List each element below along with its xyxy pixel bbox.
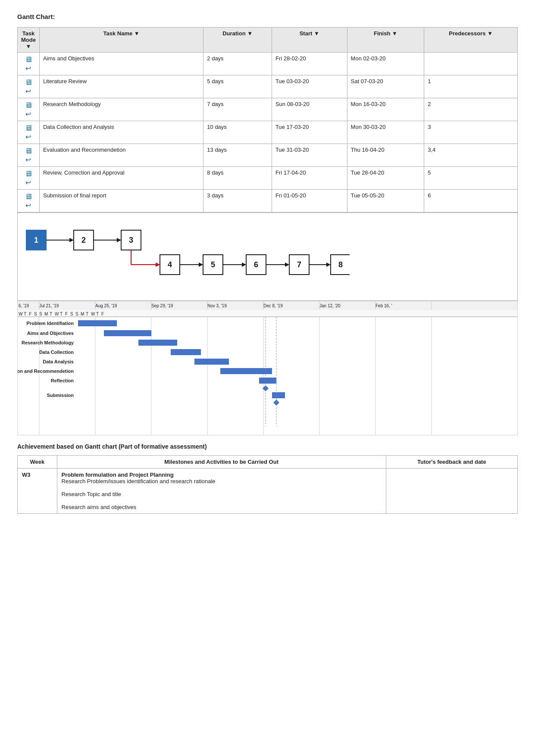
col-header-finish[interactable]: Finish ▼ <box>347 28 424 53</box>
task-mode-icon: 🖥 <box>25 101 32 110</box>
table-row: 🖥 ↩ Data Collection and Analysis 10 days… <box>18 121 518 144</box>
finish-cell: Tue 28-04-20 <box>347 167 424 190</box>
mode-icon-cell: 🖥 ↩ <box>18 53 40 75</box>
duration-cell: 3 days <box>203 190 272 212</box>
svg-text:F: F <box>65 312 68 316</box>
start-cell: Fri 01-05-20 <box>272 190 347 212</box>
milestone-item: Research Topic and title <box>62 491 382 497</box>
finish-cell: Sat 07-03-20 <box>347 75 424 98</box>
predecessors-cell: 1 <box>424 75 518 98</box>
svg-marker-28 <box>326 262 331 267</box>
svg-text:W: W <box>55 312 59 316</box>
svg-rect-83 <box>272 392 285 398</box>
col-header-task-name[interactable]: Task Name ▼ <box>39 28 203 53</box>
table-row: 🖥 ↩ Literature Review 5 days Tue 03-03-2… <box>18 75 518 98</box>
duration-cell: 5 days <box>203 75 272 98</box>
milestone-table: Week Milestones and Activities to be Car… <box>17 455 518 514</box>
svg-rect-78 <box>220 368 272 374</box>
task-name-cell: Submission of final report <box>39 190 203 212</box>
svg-text:W: W <box>91 312 95 316</box>
gantt-table: TaskMode ▼ Task Name ▼ Duration ▼ Start … <box>17 27 518 212</box>
table-row: 🖥 ↩ Evaluation and Recommendetion 13 day… <box>18 144 518 167</box>
svg-text:8: 8 <box>338 260 343 269</box>
predecessors-cell: 5 <box>424 167 518 190</box>
start-cell: Tue 17-03-20 <box>272 121 347 144</box>
col-week: Week <box>18 456 57 469</box>
col-milestones: Milestones and Activities to be Carried … <box>57 456 386 469</box>
task-name-cell: Research Methodology <box>39 98 203 121</box>
mode-icon-cell: 🖥 ↩ <box>18 144 40 167</box>
mode-icon-cell: 🖥 ↩ <box>18 190 40 212</box>
svg-text:7: 7 <box>297 260 301 269</box>
gantt-chart-title: Gantt Chart: <box>17 13 518 20</box>
start-cell: Sun 08-03-20 <box>272 98 347 121</box>
gantt-timeline: 6, '19 Jul 21, '19 Aug 25, '19 Sep 29, '… <box>17 301 518 435</box>
svg-text:Aug 25, '19: Aug 25, '19 <box>95 303 117 308</box>
svg-text:M: M <box>44 312 48 316</box>
svg-rect-80 <box>259 378 276 384</box>
svg-text:4: 4 <box>168 260 172 269</box>
mode-icon-cell: 🖥 ↩ <box>18 121 40 144</box>
svg-text:S: S <box>39 312 42 316</box>
task-name-cell: Review, Correction and Approval <box>39 167 203 190</box>
task-mode-icon: 🖥 <box>25 147 32 156</box>
svg-marker-20 <box>242 262 246 267</box>
svg-text:Feb 16, ': Feb 16, ' <box>375 303 392 308</box>
svg-text:T: T <box>50 312 52 316</box>
start-cell: Tue 31-03-20 <box>272 144 347 167</box>
svg-text:T: T <box>96 312 99 316</box>
svg-text:Submission: Submission <box>47 393 74 398</box>
svg-text:Data Analysis: Data Analysis <box>43 359 74 364</box>
task-name-cell: Literature Review <box>39 75 203 98</box>
svg-text:W: W <box>19 312 23 316</box>
predecessors-cell: 6 <box>424 190 518 212</box>
duration-cell: 7 days <box>203 98 272 121</box>
svg-text:Research Methodology: Research Methodology <box>22 340 74 345</box>
svg-marker-3 <box>69 238 74 242</box>
milestone-heading: Problem formulation and Project Planning <box>62 472 382 478</box>
task-mode-icon: 🖥 <box>25 55 32 64</box>
mode-icon-cell: 🖥 ↩ <box>18 98 40 121</box>
start-cell: Fri 28-02-20 <box>272 53 347 75</box>
svg-text:F: F <box>101 312 104 316</box>
svg-text:Dec 8, '19: Dec 8, '19 <box>263 303 283 308</box>
task-name-cell: Evaluation and Recommendetion <box>39 144 203 167</box>
col-header-predecessors[interactable]: Predecessors ▼ <box>424 28 518 53</box>
col-header-task-mode[interactable]: TaskMode ▼ <box>18 28 40 53</box>
svg-text:S: S <box>34 312 37 316</box>
predecessors-cell: 3,4 <box>424 144 518 167</box>
milestone-item: Research Problem/issues identification a… <box>62 478 382 484</box>
col-header-start[interactable]: Start ▼ <box>272 28 347 53</box>
table-row: 🖥 ↩ Aims and Objectives 2 days Fri 28-02… <box>18 53 518 75</box>
svg-text:M: M <box>81 312 84 316</box>
achievement-label: Achievement based on Gantt chart (Part o… <box>17 443 518 450</box>
svg-text:Data Collection: Data Collection <box>39 350 74 355</box>
svg-text:Problem Identifiation: Problem Identifiation <box>27 321 74 326</box>
svg-text:Aims and Objectives: Aims and Objectives <box>27 331 74 336</box>
table-row: 🖥 ↩ Review, Correction and Approval 8 da… <box>18 167 518 190</box>
svg-rect-76 <box>194 359 229 365</box>
predecessors-cell: 3 <box>424 121 518 144</box>
svg-text:5: 5 <box>211 260 215 269</box>
duration-cell: 2 days <box>203 53 272 75</box>
svg-text:Reflection: Reflection <box>51 378 74 383</box>
mode-icon-cell: 🖥 ↩ <box>18 167 40 190</box>
svg-text:Jul 21, '19: Jul 21, '19 <box>39 303 59 308</box>
svg-text:6, '19: 6, '19 <box>19 303 29 308</box>
start-cell: Fri 17-04-20 <box>272 167 347 190</box>
finish-cell: Mon 30-03-20 <box>347 121 424 144</box>
start-cell: Tue 03-03-20 <box>272 75 347 98</box>
milestones-cell: Problem formulation and Project Planning… <box>57 469 386 514</box>
svg-marker-24 <box>285 262 289 267</box>
task-name-cell: Aims and Objectives <box>39 53 203 75</box>
col-header-duration[interactable]: Duration ▼ <box>203 28 272 53</box>
svg-text:T: T <box>60 312 63 316</box>
table-row: 🖥 ↩ Research Methodology 7 days Sun 08-0… <box>18 98 518 121</box>
task-mode-icon: 🖥 <box>25 124 32 133</box>
svg-rect-68 <box>78 320 117 326</box>
finish-cell: Mon 16-03-20 <box>347 98 424 121</box>
svg-marker-7 <box>117 238 121 242</box>
predecessors-cell <box>424 53 518 75</box>
svg-text:T: T <box>86 312 88 316</box>
milestone-item: Research aims and objectives <box>62 504 382 510</box>
